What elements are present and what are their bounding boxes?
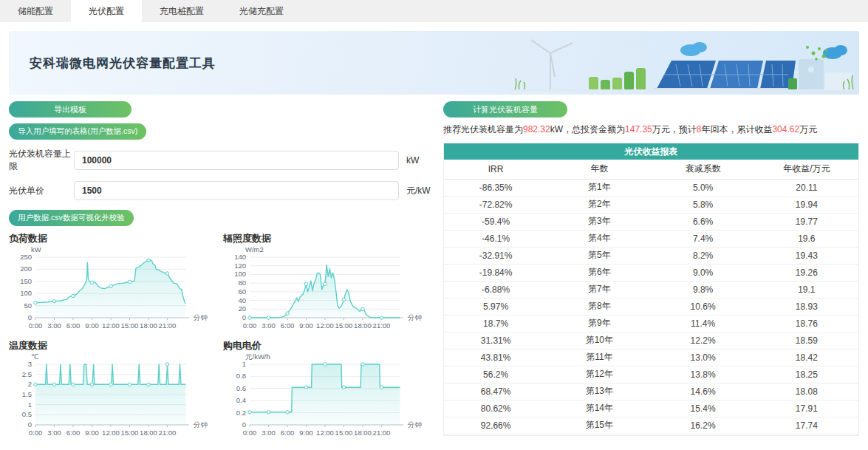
table-row: 92.66%第15年16.2%17.74: [444, 417, 858, 434]
banner: 安科瑞微电网光伏容量配置工具: [9, 31, 859, 95]
svg-text:9:00: 9:00: [299, 429, 313, 437]
table-cell: 16.2%: [652, 417, 755, 434]
table-cell: 31.31%: [444, 332, 547, 349]
svg-text:元/kW/h: 元/kW/h: [245, 352, 270, 361]
svg-text:120: 120: [234, 262, 246, 270]
table-cell: 18.76: [755, 315, 858, 332]
table-cell: -46.1%: [444, 230, 547, 247]
svg-text:0:00: 0:00: [29, 321, 43, 330]
table-cell: 第1年: [547, 179, 651, 196]
load-chart-title: 负荷数据: [9, 232, 222, 245]
price-chart-title: 购电电价: [223, 339, 436, 352]
svg-text:kW: kW: [31, 245, 41, 253]
cloud-icon: [823, 45, 847, 59]
table-cell: 20.11: [755, 179, 858, 196]
table-cell: 19.6: [755, 230, 858, 247]
svg-text:250: 250: [20, 253, 32, 261]
irradiance-chart-canvas: 020406080100120140W/m20:003:006:009:0012…: [223, 245, 436, 338]
svg-text:3:00: 3:00: [262, 429, 276, 437]
svg-text:100: 100: [234, 270, 246, 278]
pv-unit-price-row: 光伏单价 元/kW: [9, 181, 436, 200]
tab-charger-config[interactable]: 充电桩配置: [142, 0, 222, 22]
table-row: -59.4%第3年6.6%19.77: [444, 213, 858, 230]
table-row: 80.62%第14年15.4%17.91: [444, 400, 858, 417]
pv-capacity-unit-label: kW: [406, 155, 419, 166]
svg-text:分钟: 分钟: [193, 420, 208, 429]
table-title: 光伏收益报表: [444, 143, 858, 160]
table-cell: 6.6%: [652, 213, 755, 230]
svg-text:分钟: 分钟: [193, 313, 208, 321]
svg-text:0: 0: [28, 313, 32, 321]
table-cell: 11.4%: [652, 315, 755, 332]
table-row: -86.35%第1年5.0%20.11: [444, 179, 858, 196]
temperature-chart: 温度数据 00.511.522.53℃0:003:006:009:0012:00…: [9, 339, 222, 445]
svg-text:3:00: 3:00: [262, 321, 276, 330]
svg-text:6:00: 6:00: [66, 429, 81, 437]
table-cell: 17.57: [755, 434, 858, 436]
calculate-capacity-button[interactable]: 计算光伏装机容量: [443, 101, 567, 117]
svg-text:150: 150: [20, 277, 32, 285]
import-csv-button[interactable]: 导入用户填写的表格(用户数据.csv): [9, 123, 146, 140]
column-header: IRR: [444, 160, 547, 179]
table-cell: -6.88%: [444, 281, 547, 298]
svg-text:0: 0: [28, 420, 32, 429]
pv-capacity-limit-row: 光伏装机容量上限 kW: [9, 148, 436, 173]
result-summary: 推荐光伏装机容量为982.32kW，总投资金额为147.35万元，预计8年回本，…: [443, 123, 859, 135]
summary-text: kW，总投资金额为: [550, 124, 625, 134]
price-chart: 购电电价 00.20.40.60.81元/kW/h0:003:006:009:0…: [223, 339, 436, 445]
svg-text:0.6: 0.6: [236, 384, 246, 392]
temperature-chart-title: 温度数据: [9, 339, 222, 352]
tab-storage-config[interactable]: 储能配置: [0, 0, 71, 22]
tab-pv-storage-charge-config[interactable]: 光储充配置: [222, 0, 301, 22]
table-cell: 第12年: [547, 366, 651, 383]
svg-text:12:00: 12:00: [316, 321, 334, 330]
table-cell: 10.6%: [652, 298, 755, 315]
table-cell: 第10年: [547, 332, 651, 349]
svg-text:W/m2: W/m2: [245, 245, 264, 253]
svg-text:21:00: 21:00: [159, 321, 177, 330]
svg-text:15:00: 15:00: [121, 429, 139, 437]
table-cell: 第8年: [547, 298, 651, 315]
svg-text:1: 1: [242, 360, 246, 368]
table-cell: 17.74: [755, 417, 858, 434]
svg-text:21:00: 21:00: [373, 429, 391, 437]
export-template-button[interactable]: 导出模板: [9, 101, 131, 117]
svg-text:18:00: 18:00: [140, 429, 157, 437]
table-cell: 19.26: [755, 264, 858, 281]
table-cell: 13.0%: [652, 349, 755, 366]
green-bars-icon: [589, 68, 646, 90]
svg-text:2: 2: [28, 380, 32, 388]
svg-text:3:00: 3:00: [47, 321, 61, 330]
svg-text:0: 0: [242, 313, 246, 321]
table-cell: 18.59: [755, 332, 858, 349]
table-cell: 第7年: [547, 281, 651, 298]
table-row: 18.7%第9年11.4%18.76: [444, 315, 858, 332]
svg-text:9:00: 9:00: [85, 429, 99, 437]
visualize-csv-button[interactable]: 用户数据.csv数据可视化并校验: [9, 210, 134, 226]
svg-text:0:00: 0:00: [243, 429, 257, 437]
table-cell: 5.8%: [652, 196, 755, 213]
tab-pv-config[interactable]: 光伏配置: [71, 0, 142, 22]
svg-text:12:00: 12:00: [102, 429, 120, 437]
table-cell: 5.97%: [444, 298, 547, 315]
irradiance-chart-title: 辐照度数据: [223, 232, 436, 245]
table-cell: 第15年: [547, 417, 651, 434]
summary-text: 推荐光伏装机容量为: [443, 124, 523, 134]
summary-text: 万元，预计: [652, 124, 697, 134]
svg-text:21:00: 21:00: [373, 321, 391, 330]
table-cell: 56.2%: [444, 366, 547, 383]
load-chart-canvas: 050100150200250kW0:003:006:009:0012:0015…: [9, 245, 222, 338]
table-row: 31.31%第10年12.2%18.59: [444, 332, 858, 349]
pv-unit-price-input[interactable]: [74, 181, 399, 200]
total-profit-value: 304.62: [772, 124, 799, 134]
svg-text:9:00: 9:00: [299, 321, 313, 330]
table-cell: 68.47%: [444, 383, 547, 400]
table-cell: 第4年: [547, 230, 651, 247]
pv-capacity-limit-input[interactable]: [74, 151, 399, 170]
table-cell: 43.81%: [444, 349, 547, 366]
irradiance-chart: 辐照度数据 020406080100120140W/m20:003:006:00…: [223, 232, 436, 338]
charts-grid: 负荷数据 050100150200250kW0:003:006:009:0012…: [9, 232, 436, 445]
page-title: 安科瑞微电网光伏容量配置工具: [30, 55, 216, 72]
table-row: -46.1%第4年7.4%19.6: [444, 230, 858, 247]
banner-illustration: [485, 31, 855, 95]
